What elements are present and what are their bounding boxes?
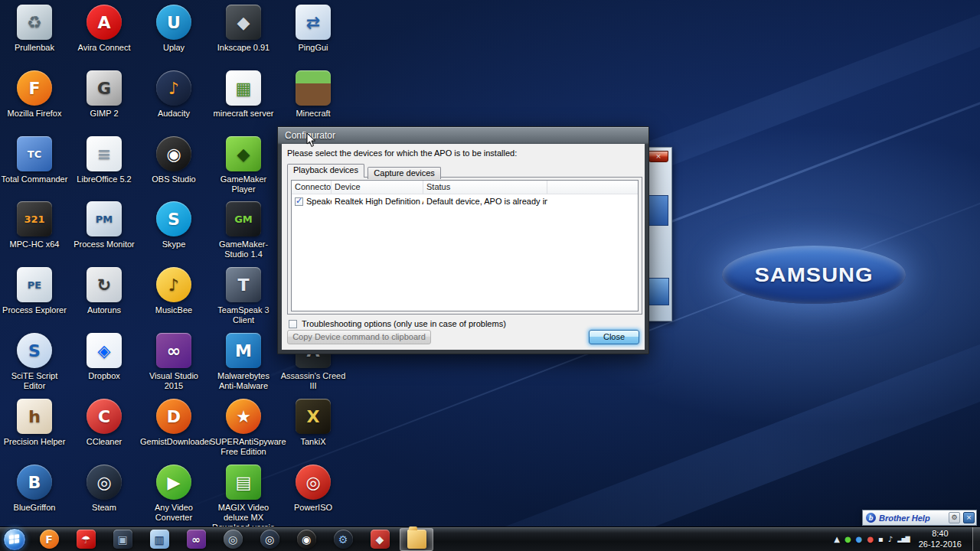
mpc-hc-glyph: 321 [24, 214, 44, 225]
settings-gear-glyph: ⚙ [338, 533, 348, 546]
desktop-icon-minecraft[interactable]: Minecraft [279, 70, 347, 119]
gemistdownloader-icon: D [156, 399, 191, 434]
gamemaker-studio-glyph: GM [234, 214, 253, 225]
desktop-icon-magix-video[interactable]: ▤MAGIX Video deluxe MX Download-versie [210, 465, 277, 533]
column-header-connector[interactable]: Connector [292, 181, 332, 194]
desktop-icon-label: TeamSpeak 3 Client [210, 305, 277, 325]
speakers-checkbox[interactable] [295, 197, 303, 206]
configurator-dialog: Configurator Please select the devices f… [277, 126, 649, 354]
desktop-icon-gemistdownloader[interactable]: DGemistDownloader [140, 399, 207, 447]
desktop-icon-autoruns[interactable]: ↻Autoruns [70, 267, 138, 315]
tray-app-3-icon[interactable]: ● [867, 536, 874, 543]
clock[interactable]: 8:40 26-12-2016 [914, 529, 968, 550]
desktop-icon-mpc-hc[interactable]: 321MPC-HC x64 [1, 201, 68, 249]
desktop-icon-firefox[interactable]: FMozilla Firefox [1, 70, 68, 119]
taskbar-file-manager[interactable]: ▥ [142, 528, 176, 551]
taskbar-settings-gear[interactable]: ⚙ [326, 528, 360, 551]
desktop-icon-process-monitor[interactable]: PMProcess Monitor [70, 201, 138, 249]
taskbar-avira[interactable]: ☂ [69, 528, 103, 551]
device-row-speakers[interactable]: Speakers Realtek High Definition Audio D… [292, 194, 638, 207]
desktop-icon-ccleaner[interactable]: CCCleaner [70, 399, 138, 447]
desktop-icon-poweriso[interactable]: ◎PowerISO [279, 465, 347, 513]
desktop-icon-total-commander[interactable]: TCTotal Commander [1, 136, 68, 184]
close-button[interactable]: Close [589, 330, 639, 344]
desktop-icon-precision-helper[interactable]: hPrecision Helper [1, 399, 68, 447]
troubleshooting-checkbox[interactable] [289, 320, 297, 328]
tab-playback-devices[interactable]: Playback devices [287, 164, 364, 178]
any-video-converter-glyph: ▶ [168, 473, 181, 492]
tray-app-2-icon[interactable]: ● [856, 536, 863, 543]
column-header-status[interactable]: Status [423, 181, 547, 194]
show-desktop-button[interactable] [972, 527, 980, 551]
desktop-icon-gimp[interactable]: GGIMP 2 [70, 70, 138, 119]
avira-icon: ☂ [77, 530, 96, 549]
volume-icon[interactable]: ♪ [888, 536, 893, 543]
column-header-device[interactable]: Device [332, 181, 423, 194]
desktop-icon-avira-connect[interactable]: AAvira Connect [70, 5, 138, 53]
process-explorer-icon: PE [17, 267, 52, 302]
taskbar-icons: F☂▣▥∞◎◎◉⚙◆ [32, 527, 436, 551]
system-tray: ▲●●●▪♪▂▅▇ 8:40 26-12-2016 [834, 527, 980, 551]
background-window-content [648, 278, 669, 305]
taskbar-file-explorer[interactable] [400, 528, 433, 551]
tray-app-1-icon[interactable]: ● [844, 536, 851, 543]
desktop-icon-gamemaker-player[interactable]: ◆GameMaker Player [210, 136, 277, 194]
tray-app-4-icon[interactable]: ▪ [878, 536, 884, 543]
desktop-icon-teamspeak[interactable]: TTeamSpeak 3 Client [210, 267, 277, 325]
dropbox-glyph: ◈ [98, 341, 111, 360]
desktop-icon-libreoffice[interactable]: ≡LibreOffice 5.2 [70, 136, 138, 184]
copy-device-command-button[interactable]: Copy Device command to clipboard [287, 330, 431, 344]
any-video-converter-icon: ▶ [156, 465, 191, 500]
desktop-icon-malwarebytes[interactable]: MMalwarebytes Anti-Malware [210, 333, 277, 391]
network-icon[interactable]: ▂▅▇ [897, 536, 909, 543]
app-red-tool-glyph: ◆ [376, 533, 384, 546]
file-manager-icon: ▥ [150, 530, 169, 549]
total-commander-icon: TC [17, 136, 52, 171]
desktop-icon-recycle-bin[interactable]: ♻Prullenbak [1, 5, 68, 53]
desktop-icon-audacity[interactable]: ♪Audacity [140, 70, 207, 119]
precision-helper-icon: h [17, 399, 52, 434]
tray-icons: ▲●●●▪♪▂▅▇ [834, 536, 910, 543]
desktop-icon-label: Process Monitor [70, 240, 138, 249]
desktop-icon-label: Process Explorer [1, 305, 68, 315]
firefox-glyph: F [45, 533, 53, 546]
desktop-icon-scite[interactable]: SSciTE Script Editor [1, 333, 68, 391]
desktop-icon-inkscape[interactable]: ◆Inkscape 0.91 [210, 5, 277, 53]
desktop-icon-uplay[interactable]: UUplay [140, 5, 207, 53]
desktop-icon-visual-studio[interactable]: ∞Visual Studio 2015 [140, 333, 207, 391]
desktop-icon-skype[interactable]: SSkype [140, 201, 207, 249]
hidden-icons-arrow-icon[interactable]: ▲ [834, 536, 840, 543]
taskbar-visual-studio[interactable]: ∞ [179, 528, 213, 551]
taskbar-firefox[interactable]: F [32, 528, 66, 551]
desktop-icon-pinggui[interactable]: ⇄PingGui [279, 5, 347, 53]
brother-close-button[interactable]: × [963, 512, 975, 523]
superantispyware-glyph: ★ [236, 407, 251, 426]
desktop-icon-bluegriffon[interactable]: BBlueGriffon [1, 465, 68, 513]
desktop-icon-tankix[interactable]: XTankiX [279, 399, 347, 447]
taskbar-steam[interactable]: ◎ [253, 528, 286, 551]
desktop-icon-obs-studio[interactable]: ◉OBS Studio [140, 136, 207, 184]
desktop-icon-gamemaker-studio[interactable]: GMGameMaker-Studio 1.4 [210, 201, 277, 259]
brother-settings-button[interactable]: ⚙ [949, 512, 960, 523]
desktop-icon-label: GameMaker Player [210, 174, 277, 194]
dialog-titlebar[interactable]: Configurator [278, 127, 648, 144]
desktop-icon-superantispyware[interactable]: ★SUPERAntiSpyware Free Edition [210, 399, 277, 457]
taskbar-app-red-tool[interactable]: ◆ [363, 528, 397, 551]
taskbar-obs-studio[interactable]: ◉ [289, 528, 323, 551]
taskbar-media-player[interactable]: ◎ [216, 528, 250, 551]
desktop-icon-minecraft-server[interactable]: ▦minecraft server [210, 70, 277, 119]
taskbar-app-dark-blue[interactable]: ▣ [106, 528, 139, 551]
desktop-icon-dropbox[interactable]: ◈Dropbox [70, 333, 138, 381]
troubleshooting-row: Troubleshooting options (only use in cas… [289, 319, 506, 328]
file-manager-glyph: ▥ [154, 533, 164, 546]
start-button[interactable] [3, 528, 26, 551]
tab-capture-devices[interactable]: Capture devices [368, 167, 441, 179]
background-window-close-button[interactable]: × [648, 151, 668, 162]
desktop-icon-process-explorer[interactable]: PEProcess Explorer [1, 267, 68, 315]
scite-icon: S [17, 333, 52, 368]
obs-studio-icon: ◉ [156, 136, 191, 171]
desktop-icon-musicbee[interactable]: ♪MusicBee [140, 267, 207, 315]
desktop-icon-steam[interactable]: ◎Steam [70, 465, 138, 513]
minecraft-server-glyph: ▦ [236, 79, 252, 98]
desktop-icon-any-video-converter[interactable]: ▶Any Video Converter [140, 465, 207, 523]
